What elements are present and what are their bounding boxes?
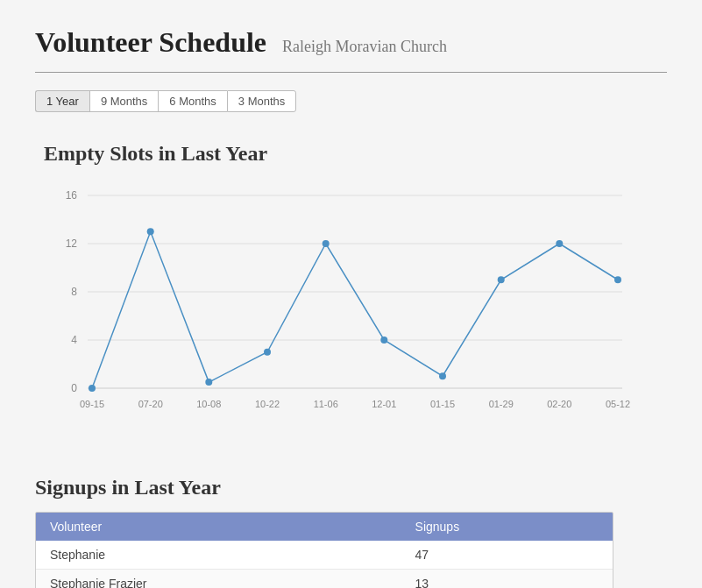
col-signups: Signups bbox=[401, 513, 613, 541]
signups-table-wrapper: Volunteer Signups Stephanie 47 Stephanie… bbox=[35, 512, 613, 588]
svg-text:05-12: 05-12 bbox=[606, 399, 630, 409]
chart-line bbox=[92, 231, 618, 388]
signups-section: Signups in Last Year Volunteer Signups S… bbox=[35, 476, 667, 588]
svg-text:8: 8 bbox=[71, 286, 77, 298]
data-point-7 bbox=[498, 276, 505, 283]
table-header-row: Volunteer Signups bbox=[36, 513, 613, 541]
data-point-3 bbox=[264, 349, 271, 356]
svg-text:12: 12 bbox=[66, 237, 78, 250]
data-point-9 bbox=[614, 276, 621, 283]
data-point-5 bbox=[380, 337, 387, 344]
svg-text:02-20: 02-20 bbox=[547, 399, 571, 409]
svg-text:01-29: 01-29 bbox=[489, 399, 514, 409]
col-volunteer: Volunteer bbox=[36, 513, 401, 541]
table-row: Stephanie Frazier 13 bbox=[36, 570, 613, 589]
svg-text:10-22: 10-22 bbox=[255, 399, 280, 409]
chart-section: Empty Slots in Last Year 0 4 8 12 16 bbox=[35, 133, 667, 450]
cell-signups: 13 bbox=[401, 570, 613, 589]
svg-text:12-01: 12-01 bbox=[372, 399, 396, 409]
filter-9months[interactable]: 9 Months bbox=[89, 90, 158, 112]
signups-title: Signups in Last Year bbox=[35, 476, 667, 499]
cell-volunteer: Stephanie bbox=[36, 541, 401, 570]
empty-slots-chart: 0 4 8 12 16 09-15 07-20 10-08 10-22 11-0… bbox=[44, 178, 657, 414]
cell-signups: 47 bbox=[401, 541, 613, 570]
page-title: Volunteer Schedule bbox=[35, 26, 266, 58]
table-row: Stephanie 47 bbox=[36, 541, 613, 570]
svg-text:10-08: 10-08 bbox=[196, 399, 221, 409]
header-section: Volunteer Schedule Raleigh Moravian Chur… bbox=[35, 26, 667, 73]
svg-text:16: 16 bbox=[66, 189, 78, 202]
filter-6months[interactable]: 6 Months bbox=[158, 90, 226, 112]
svg-text:0: 0 bbox=[71, 382, 77, 394]
chart-title: Empty Slots in Last Year bbox=[44, 142, 658, 166]
filter-bar: 1 Year 9 Months 6 Months 3 Months bbox=[35, 90, 667, 112]
filter-3months[interactable]: 3 Months bbox=[227, 90, 296, 112]
data-point-6 bbox=[439, 372, 446, 379]
data-point-8 bbox=[556, 240, 563, 247]
cell-volunteer: Stephanie Frazier bbox=[36, 570, 401, 589]
data-point-4 bbox=[323, 240, 330, 247]
data-point-1 bbox=[147, 228, 154, 235]
filter-1year[interactable]: 1 Year bbox=[35, 90, 89, 112]
svg-text:11-06: 11-06 bbox=[314, 399, 338, 409]
data-point-2 bbox=[205, 379, 212, 386]
svg-text:4: 4 bbox=[71, 334, 77, 346]
svg-text:01-15: 01-15 bbox=[430, 399, 455, 409]
signups-table: Volunteer Signups Stephanie 47 Stephanie… bbox=[36, 513, 613, 588]
svg-text:09-15: 09-15 bbox=[80, 399, 104, 409]
svg-text:07-20: 07-20 bbox=[138, 399, 163, 409]
data-point-0 bbox=[89, 385, 96, 392]
subtitle: Raleigh Moravian Church bbox=[282, 38, 447, 55]
